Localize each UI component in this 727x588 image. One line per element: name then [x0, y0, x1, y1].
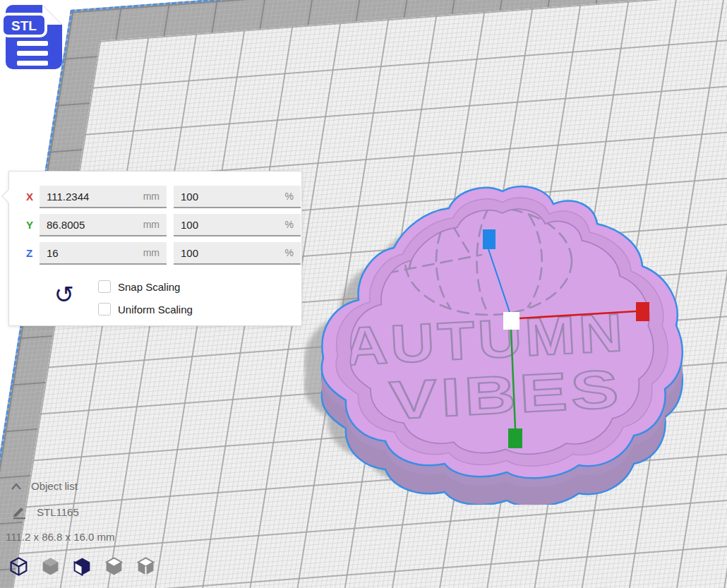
scale-x-mm-unit: mm [143, 191, 160, 202]
snap-scaling-label: Snap Scaling [118, 281, 180, 293]
view-top-button[interactable] [72, 556, 92, 577]
stl-file-icon: STL [1, 1, 68, 72]
chevron-up-icon [10, 481, 23, 491]
scale-tool-panel: X 111.2344 mm 100 % Y 86.8005 mm 100 % Z [8, 171, 302, 326]
object-list-title: Object list [31, 480, 78, 492]
axis-y-label: Y [26, 219, 37, 231]
scale-z-percent-value: 100 [181, 247, 198, 259]
object-list-item[interactable]: STL1165 [11, 504, 79, 520]
uniform-scaling-label: Uniform Scaling [118, 304, 193, 316]
cube-top-right-face-icon [136, 556, 156, 577]
selected-model-dimensions: 111.2 x 86.8 x 16.0 mm [6, 531, 115, 543]
emboss-text-vibes: VIBES [388, 358, 624, 430]
uniform-scaling-row: Uniform Scaling [98, 303, 193, 316]
scale-z-mm-unit: mm [143, 247, 160, 258]
scale-row-z: Z 16 mm 100 % [9, 242, 301, 265]
camera-view-toolbar [8, 556, 156, 577]
scale-z-percent-input[interactable]: 100 % [174, 242, 301, 265]
scale-row-x: X 111.2344 mm 100 % [9, 186, 301, 208]
stl-badge-label: STL [11, 18, 37, 33]
cube-front-face-icon [72, 556, 92, 577]
stl-doc-line [17, 51, 48, 56]
cube-solid-icon [40, 556, 61, 577]
scale-z-mm-value: 16 [47, 247, 59, 259]
cube-wireframe-icon [8, 556, 29, 577]
snap-scaling-row: Snap Scaling [98, 280, 180, 293]
view-left-button[interactable] [104, 556, 124, 577]
pencil-icon [11, 504, 27, 520]
scale-row-y: Y 86.8005 mm 100 % [9, 214, 301, 236]
scale-x-percent-input[interactable]: 100 % [174, 186, 301, 208]
scale-y-mm-value: 86.8005 [47, 219, 85, 231]
scale-handle-center[interactable] [503, 312, 519, 330]
scale-x-percent-unit: % [285, 191, 294, 202]
scale-x-mm-value: 111.2344 [47, 191, 89, 203]
scale-y-percent-unit: % [285, 219, 294, 230]
viewport-3d[interactable]: AUTUMN VIBES STL X 111.2344 mm [0, 0, 727, 588]
object-name: STL1165 [37, 506, 79, 518]
stl-doc-line [17, 61, 48, 66]
view-right-button[interactable] [136, 556, 156, 577]
reset-scale-button[interactable]: ↺ [50, 279, 78, 310]
scale-y-mm-input[interactable]: 86.8005 mm [40, 214, 167, 236]
scale-z-percent-unit: % [285, 247, 294, 258]
axis-x-label: X [26, 191, 37, 203]
scale-y-percent-input[interactable]: 100 % [174, 214, 301, 236]
view-front-button[interactable] [40, 556, 61, 577]
scale-y-percent-value: 100 [181, 219, 198, 231]
scale-handle-y[interactable] [508, 428, 522, 448]
scale-z-mm-input[interactable]: 16 mm [40, 242, 167, 265]
view-3d-button[interactable] [8, 556, 29, 577]
cube-top-face-icon [104, 556, 124, 577]
scale-handle-x[interactable] [636, 302, 649, 321]
uniform-scaling-checkbox[interactable] [98, 303, 111, 316]
scale-handle-z[interactable] [483, 229, 495, 249]
scale-y-mm-unit: mm [143, 219, 160, 230]
object-list-header[interactable]: Object list [10, 480, 78, 492]
stl-doc-line [17, 41, 48, 46]
model-stl1165[interactable]: AUTUMN VIBES [304, 173, 699, 505]
axis-z-label: Z [26, 247, 37, 259]
scale-x-percent-value: 100 [181, 191, 198, 203]
scale-x-mm-input[interactable]: 111.2344 mm [40, 186, 167, 208]
snap-scaling-checkbox[interactable] [98, 280, 111, 293]
